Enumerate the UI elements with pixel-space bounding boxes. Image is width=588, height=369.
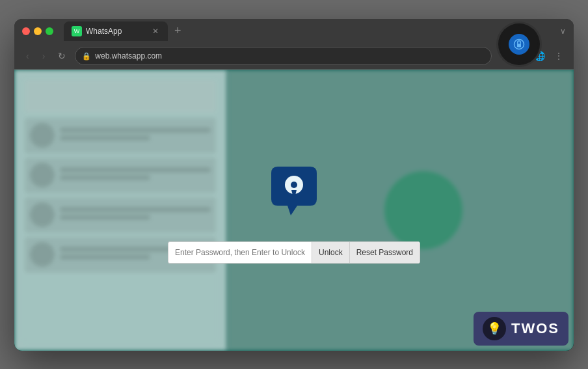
traffic-lights: [22, 27, 53, 35]
security-lock-icon: 🔒: [82, 52, 91, 61]
tab-area: W WhatsApp ✕ +: [64, 21, 555, 41]
tab-close-button[interactable]: ✕: [151, 25, 160, 37]
twos-logo-icon: 💡: [487, 321, 501, 336]
password-row: Unlock Reset Password: [168, 241, 420, 264]
svg-rect-1: [517, 44, 521, 47]
lock-chat-icon: [261, 160, 327, 225]
reload-button[interactable]: ↻: [54, 48, 70, 64]
new-tab-button[interactable]: +: [170, 24, 185, 38]
lock-icon-container: [258, 157, 330, 228]
titlebar: W WhatsApp ✕ + ∨: [14, 19, 574, 44]
reset-password-button[interactable]: Reset Password: [349, 242, 420, 263]
chevron-down-icon[interactable]: ∨: [560, 27, 566, 36]
browser-content: Unlock Reset Password 💡 TWOS: [14, 70, 574, 351]
window-controls-right: ∨: [560, 27, 566, 36]
omnibar: ‹ › ↻ 🔒 web.whatsapp.com ☆ ⬇ 🌐 ⋮: [14, 44, 574, 70]
lock-overlay: Unlock Reset Password: [14, 70, 574, 351]
lock-extension-icon: [509, 34, 529, 55]
address-bar[interactable]: 🔒 web.whatsapp.com: [75, 47, 492, 65]
forward-button[interactable]: ›: [38, 48, 49, 64]
unlock-button[interactable]: Unlock: [312, 242, 349, 263]
minimize-button[interactable]: [34, 27, 42, 35]
close-button[interactable]: [22, 27, 30, 35]
tab-title: WhatsApp: [86, 27, 147, 36]
twos-label: TWOS: [511, 320, 559, 337]
active-tab[interactable]: W WhatsApp ✕: [64, 21, 168, 41]
password-input[interactable]: [168, 242, 312, 263]
back-button[interactable]: ‹: [22, 48, 33, 64]
maximize-button[interactable]: [46, 27, 53, 35]
address-text: web.whatsapp.com: [95, 51, 162, 61]
tab-favicon: W: [72, 26, 82, 36]
browser-window: W WhatsApp ✕ + ∨ ‹ › ↻ 🔒: [14, 19, 574, 351]
twos-badge: 💡 TWOS: [474, 312, 568, 346]
twos-logo: 💡: [483, 317, 506, 340]
menu-icon[interactable]: ⋮: [552, 48, 566, 64]
extension-circle[interactable]: [500, 25, 538, 63]
svg-point-3: [291, 182, 297, 188]
